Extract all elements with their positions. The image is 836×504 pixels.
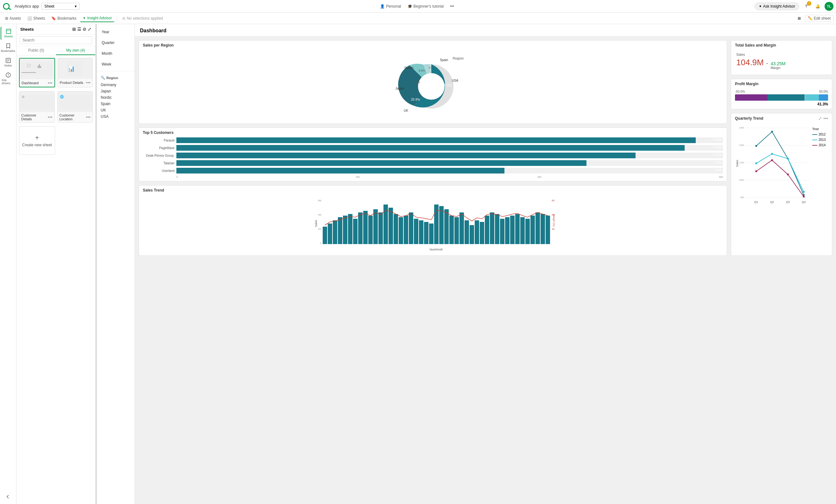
bar-row-4: Talarian 4.54M (143, 160, 723, 166)
bookmarks-tab[interactable]: 🔖 Bookmarks (49, 15, 79, 22)
sheets-sidebar-icon (6, 28, 12, 34)
tab-public[interactable]: Public (0) (17, 46, 56, 55)
sidebar-item-key-drivers[interactable]: Key drivers (1, 70, 16, 87)
svg-point-95 (755, 145, 757, 147)
help-button[interactable]: ? 3 (802, 2, 811, 11)
sheet-dropdown[interactable]: Sheet ▾ (41, 3, 79, 10)
profit-margin-card: Profit Margin -50.0% 50.0% (731, 79, 832, 109)
sheets-grid: Dashboard ••• 📊 (17, 55, 95, 504)
more-options[interactable]: ••• (450, 4, 454, 8)
region-germany[interactable]: Germany (101, 82, 131, 88)
svg-point-99 (755, 162, 757, 164)
list-icon[interactable]: ☰ (77, 26, 81, 32)
empty-slot (58, 126, 93, 155)
ask-insight-advisor-btn[interactable]: ✦ Ask Insight Advisor (755, 2, 799, 10)
filter-quarter[interactable]: Quarter (97, 37, 135, 48)
svg-rect-40 (363, 211, 368, 244)
svg-text:Q3: Q3 (786, 200, 790, 203)
sidebar-item-notes[interactable]: Notes (1, 56, 16, 69)
side-icon-bar: Sheets Bookmarks Notes Key drivers (0, 24, 17, 504)
sheets-row-2: Customer Details ••• 🌐 (19, 91, 93, 122)
sheet-preview-3 (19, 92, 55, 112)
search-region-icon: 🔍 (101, 76, 105, 80)
grid-view-button[interactable]: ⊞ (795, 14, 804, 23)
svg-rect-69 (510, 216, 515, 244)
region-usa[interactable]: USA (101, 113, 131, 120)
svg-line-1 (8, 8, 11, 10)
sheet-card-footer: Dashboard ••• (20, 79, 55, 87)
more-chart-icon[interactable]: ••• (823, 116, 828, 121)
profit-bar-segment-purple (735, 94, 767, 101)
expand-chart-icon[interactable]: ⤢ (818, 116, 822, 121)
sheet-more-btn-4[interactable]: ••• (86, 115, 91, 120)
sheet-card-dashboard[interactable]: Dashboard ••• (19, 58, 55, 88)
plus-icon: + (35, 134, 39, 141)
legend-2012: 2012 (812, 133, 825, 136)
assets-tab[interactable]: ⊞ Assets (2, 15, 23, 22)
chart-header-quarterly: Quarterly Trend ⤢ ••• (731, 113, 832, 122)
svg-rect-45 (388, 208, 393, 244)
region-spain[interactable]: Spain (101, 101, 131, 107)
sheet-more-btn-2[interactable]: ••• (86, 80, 91, 85)
personal-item[interactable]: 👤 Personal (380, 4, 401, 8)
key-drivers-sidebar-icon (5, 72, 11, 78)
svg-rect-2 (6, 29, 11, 34)
region-nordic[interactable]: Nordic (101, 94, 131, 101)
svg-rect-66 (495, 214, 499, 244)
svg-rect-61 (470, 225, 474, 244)
svg-rect-52 (424, 222, 429, 244)
sheets-header-icons: ⊞ ☰ ⊘ ⤢ (72, 26, 92, 32)
chart-header-kpi: Total Sales and Margin (731, 40, 832, 49)
svg-text:Sales: Sales (315, 220, 318, 227)
svg-text:50: 50 (552, 199, 554, 202)
legend-line-2014 (812, 145, 817, 146)
notes-sidebar-icon (5, 58, 11, 63)
svg-rect-42 (373, 209, 378, 244)
sheet-card-customer-details[interactable]: Customer Details ••• (19, 91, 55, 122)
sheet-card-product-details[interactable]: 📊 Product Details ••• (58, 58, 93, 88)
svg-rect-56 (444, 209, 449, 244)
svg-rect-36 (343, 216, 347, 244)
svg-text:Margin (%): Margin (%) (553, 214, 555, 226)
edit-sheet-button[interactable]: ✏️ Edit sheet (805, 15, 834, 22)
svg-text:Region: Region (453, 56, 464, 60)
filter-week[interactable]: Week (97, 59, 135, 70)
tab-own[interactable]: My own (4) (56, 46, 96, 55)
region-japan[interactable]: Japan (101, 88, 131, 94)
svg-text:30: 30 (552, 228, 554, 231)
svg-point-105 (787, 174, 789, 175)
svg-rect-59 (459, 212, 464, 244)
sidebar-item-bookmarks[interactable]: Bookmarks (1, 41, 16, 55)
search-input[interactable] (20, 36, 92, 44)
filter-icon[interactable]: ⊘ (83, 26, 87, 32)
region-uk[interactable]: UK (101, 107, 131, 113)
sheet-card-customer-location[interactable]: 🌐 Customer Location ••• (57, 91, 93, 122)
filter-month[interactable]: Month (97, 48, 135, 59)
svg-text:10M: 10M (739, 178, 744, 181)
sheet-preview-2: 📊 (58, 58, 93, 79)
notifications-button[interactable]: 🔔 (813, 2, 822, 11)
sheet-more-btn[interactable]: ••• (48, 80, 53, 85)
grid-icon[interactable]: ⊞ (72, 26, 76, 32)
avatar[interactable]: TL (824, 2, 834, 11)
filter-year[interactable]: Year (97, 26, 135, 37)
kpi-margin: 43.25M Margin (771, 61, 786, 70)
donut-chart-container: Region (139, 49, 727, 123)
tutorial-item[interactable]: 🎓 Beginner's tutorial (407, 4, 444, 8)
svg-rect-65 (490, 212, 494, 244)
bookmark-icon: 🔖 (51, 16, 56, 21)
insight-advisor-tab[interactable]: ✦ Insight Advisor (80, 15, 114, 22)
create-new-sheet-btn[interactable]: + Create new sheet (19, 126, 55, 155)
sidebar-collapse-btn[interactable] (1, 492, 16, 502)
main-layout: Sheets Bookmarks Notes Key drivers Sheet… (0, 24, 836, 504)
sheet-more-btn-3[interactable]: ••• (48, 115, 53, 120)
sheets-tab[interactable]: ⬜ Sheets (25, 15, 48, 22)
expand-icon[interactable]: ⤢ (88, 26, 92, 32)
svg-text:Q2: Q2 (770, 200, 774, 203)
svg-rect-57 (449, 216, 454, 244)
chart-header-sales: Sales per Region (139, 40, 727, 49)
dashboard-grid: Sales per Region Region (135, 36, 836, 259)
edit-icon: ✏️ (808, 16, 813, 21)
pie-mini-icon (27, 64, 31, 67)
sidebar-item-sheets[interactable]: Sheets (1, 26, 16, 40)
